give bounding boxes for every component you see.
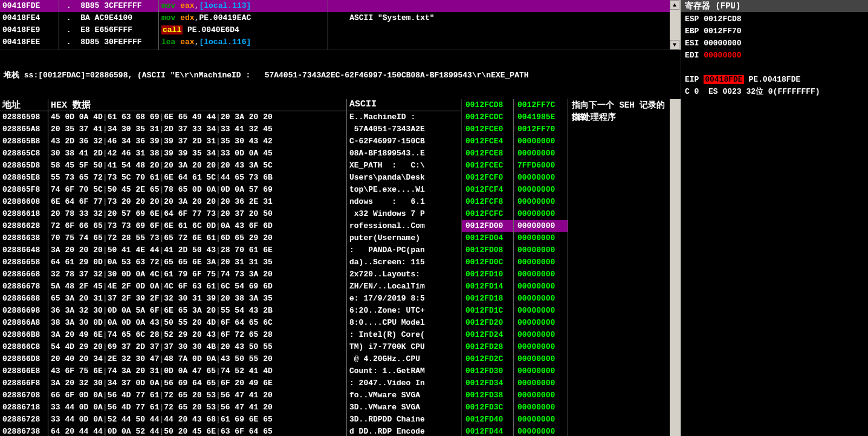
hex-row[interactable]: 0288666832 78 37 32|30 0D 0A 4C|61 79 6F… — [0, 268, 461, 281]
hex-row[interactable]: 028865C830 38 41 2D|42 46 31 38|39 39 35… — [0, 148, 461, 160]
hex-row[interactable]: 0288659845 0D 0A 4D|61 63 68 69|6E 65 49… — [0, 111, 461, 123]
register-row[interactable]: EDI 00000000 — [685, 50, 864, 62]
stack-value[interactable]: 0012FF7C — [514, 99, 568, 111]
disasm-bytes[interactable]: . E8 E656FFFF — [59, 24, 158, 36]
stack-address[interactable]: 0012FCE0 — [462, 123, 513, 135]
stack-value[interactable]: 00000000 — [514, 353, 568, 365]
disasm-bytes[interactable]: . 8D85 30FEFFFF — [59, 36, 158, 48]
scroll-up-icon[interactable]: ▲ — [670, 0, 679, 10]
register-row[interactable]: EIP 00418FDE PE.00418FDE — [685, 74, 864, 86]
hex-row[interactable]: 0288665864 61 29 0D|0A 53 63 72|65 65 6E… — [0, 256, 461, 268]
stack-address[interactable]: 0012FD10 — [462, 268, 513, 281]
stack-address[interactable]: 0012FD34 — [462, 377, 513, 389]
scroll-down-icon[interactable]: ▼ — [670, 40, 679, 50]
stack-address[interactable]: 0012FD2C — [462, 353, 513, 365]
stack-address[interactable]: 0012FD08 — [462, 244, 513, 256]
stack-value[interactable]: 00000000 — [514, 365, 568, 377]
stack-address[interactable]: 0012FD28 — [462, 341, 513, 353]
stack-address[interactable]: 0012FCD8 — [462, 99, 513, 111]
register-row[interactable] — [685, 62, 864, 74]
stack-address[interactable]: 0012FCF4 — [462, 184, 513, 196]
stack-value[interactable]: 00000000 — [514, 256, 568, 268]
hex-row[interactable]: 028865A820 35 37 41|34 30 35 31|2D 37 33… — [0, 123, 461, 135]
stack-address[interactable]: 0012FCF8 — [462, 196, 513, 208]
hex-row[interactable]: 028866A838 3A 30 0D|0A 0D 0A 43|50 55 20… — [0, 317, 461, 329]
hex-row[interactable]: 028865F874 6F 70 5C|50 45 2E 65|78 65 0D… — [0, 184, 461, 196]
stack-value[interactable]: 00000000 — [514, 281, 568, 293]
stack-value[interactable]: 00000000 — [514, 329, 568, 341]
stack-value[interactable]: 00000000 — [514, 341, 568, 353]
stack-address[interactable]: 0012FCE8 — [462, 148, 513, 160]
stack-value[interactable]: 00000000 — [514, 293, 568, 305]
hex-row[interactable]: 028866B83A 20 49 6E|74 65 6C 28|52 29 20… — [0, 329, 461, 341]
hex-row[interactable]: 0288663870 75 74 65|72 28 55 73|65 72 6E… — [0, 232, 461, 244]
hex-row[interactable]: 0288672833 44 0D 0A|52 44 50 44|44 20 43… — [0, 414, 461, 426]
stack-value[interactable]: 00000000 — [514, 196, 568, 208]
hex-row[interactable]: 028866F83A 20 32 30|34 37 0D 0A|56 69 64… — [0, 377, 461, 389]
hex-row[interactable]: 028866785A 48 2F 45|4E 2F 0D 0A|4C 6F 63… — [0, 281, 461, 293]
disasm-scrollbar[interactable]: ▲ ▼ — [670, 0, 681, 50]
stack-address[interactable]: 0012FCE4 — [462, 135, 513, 148]
hex-row[interactable]: 0288669836 3A 32 30|0D 0A 5A 6F|6E 65 3A… — [0, 305, 461, 317]
stack-value[interactable]: 00000000 — [514, 317, 568, 329]
hex-row[interactable]: 0288662872 6F 66 65|73 73 69 6F|6E 61 6C… — [0, 220, 461, 232]
stack-value[interactable]: 00000000 — [514, 135, 568, 148]
stack-value[interactable]: 00000000 — [514, 172, 568, 184]
stack-address[interactable]: 0012FCDC — [462, 111, 513, 123]
stack-pane[interactable]: 0012FCD80012FCDC0012FCE00012FCE40012FCE8… — [462, 99, 681, 436]
stack-address[interactable]: 0012FD3C — [462, 402, 513, 414]
hex-row[interactable]: 0288673864 20 44 44|0D 0A 52 44|50 20 45… — [0, 426, 461, 436]
stack-value[interactable]: 00000000 — [514, 389, 568, 402]
hex-row[interactable]: 0288671833 44 0D 0A|56 4D 77 61|72 65 20… — [0, 402, 461, 414]
stack-value[interactable]: 0041985E — [514, 111, 568, 123]
hex-row[interactable]: 028865D858 45 5F 50|41 54 48 20|20 3A 20… — [0, 160, 461, 172]
stack-value[interactable]: 00000000 — [514, 426, 568, 436]
stack-scrollbar[interactable] — [670, 99, 681, 436]
hex-row[interactable]: 0288661820 78 33 32|20 57 69 6E|64 6F 77… — [0, 208, 461, 220]
stack-value[interactable]: 00000000 — [514, 377, 568, 389]
stack-address[interactable]: 0012FCF0 — [462, 172, 513, 184]
disasm-instruction[interactable]: mov eax,[local.113] — [159, 0, 328, 12]
hex-row[interactable]: 028865B843 2D 36 32|46 34 36 39|39 37 2D… — [0, 135, 461, 148]
stack-value[interactable]: 00000000 — [514, 414, 568, 426]
disasm-address[interactable]: 00418FE4 — [0, 12, 59, 24]
disasm-address[interactable]: 00418FEE — [0, 36, 59, 48]
stack-address[interactable]: 0012FD14 — [462, 281, 513, 293]
stack-address[interactable]: 0012FD38 — [462, 389, 513, 402]
register-row[interactable]: ESI 00000000 — [685, 37, 864, 50]
hex-row[interactable]: 0288670866 6F 0D 0A|56 4D 77 61|72 65 20… — [0, 389, 461, 402]
hex-row[interactable]: 028866D820 40 20 34|2E 32 30 47|48 7A 0D… — [0, 353, 461, 365]
stack-value[interactable]: 00000000 — [514, 208, 568, 220]
stack-value[interactable]: 00000000 — [514, 402, 568, 414]
disassembly-pane[interactable]: 00418FDE00418FE400418FE900418FEE . 8B85 … — [0, 0, 681, 50]
registers-pane[interactable]: 寄存器 (FPU) ESP 0012FCD8EBP 0012FF70ESI 00… — [681, 0, 868, 436]
disasm-address[interactable]: 00418FE9 — [0, 24, 59, 36]
stack-value[interactable]: 0012FF70 — [514, 123, 568, 135]
stack-value[interactable]: 00000000 — [514, 305, 568, 317]
hex-row[interactable]: 028866E843 6F 75 6E|74 3A 20 31|0D 0A 47… — [0, 365, 461, 377]
stack-value[interactable]: 00000000 — [514, 244, 568, 256]
disasm-instruction[interactable]: mov edx,PE.00419EAC — [159, 12, 328, 24]
stack-value[interactable]: 00000000 — [514, 220, 568, 232]
stack-address[interactable]: 0012FD18 — [462, 293, 513, 305]
disasm-instruction[interactable]: call PE.0040E6D4 — [159, 24, 328, 36]
disasm-bytes[interactable]: . 8B85 3CFEFFFF — [59, 0, 158, 12]
stack-address[interactable]: 0012FCEC — [462, 160, 513, 172]
register-row[interactable]: C 0 ES 0023 32位 0(FFFFFFFF) — [685, 86, 864, 98]
register-row[interactable]: ESP 0012FCD8 — [685, 13, 864, 25]
stack-address[interactable]: 0012FD24 — [462, 329, 513, 341]
stack-address[interactable]: 0012FD04 — [462, 232, 513, 244]
hex-dump-pane[interactable]: 地址 HEX 数据 ASCII 0288659845 0D 0A 4D|61 6… — [0, 99, 462, 436]
hex-row[interactable]: 028865E855 73 65 72|73 5C 70 61|6E 64 61… — [0, 172, 461, 184]
disasm-bytes[interactable]: . BA AC9E4100 — [59, 12, 158, 24]
stack-value[interactable]: 00000000 — [514, 232, 568, 244]
stack-value[interactable]: 00000000 — [514, 268, 568, 281]
stack-address[interactable]: 0012FD40 — [462, 414, 513, 426]
hex-row[interactable]: 028866086E 64 6F 77|73 20 20 20|20 3A 20… — [0, 196, 461, 208]
stack-address[interactable]: 0012FD0C — [462, 256, 513, 268]
disasm-instruction[interactable]: lea eax,[local.116] — [159, 36, 328, 48]
disasm-address[interactable]: 00418FDE — [0, 0, 59, 12]
stack-value[interactable]: 00000000 — [514, 148, 568, 160]
stack-address[interactable]: 0012FD30 — [462, 365, 513, 377]
hex-row[interactable]: 028866C854 4D 29 20|69 37 2D 37|37 30 30… — [0, 341, 461, 353]
